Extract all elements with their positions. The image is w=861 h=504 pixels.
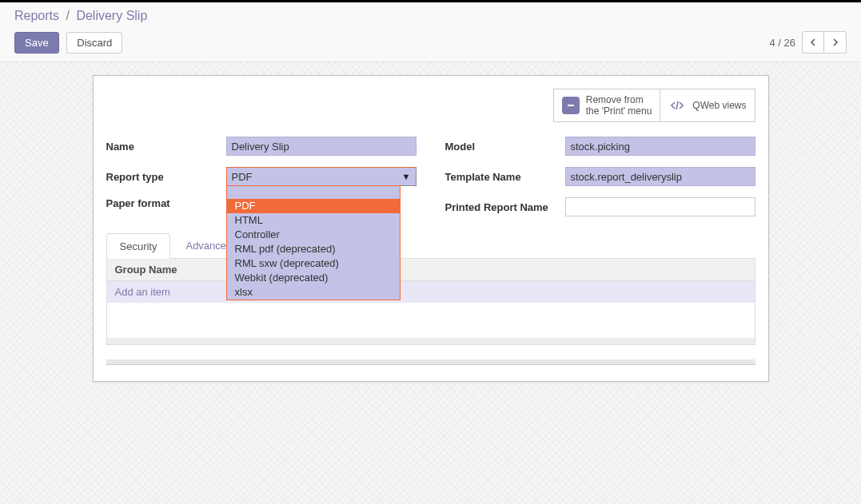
label-name: Name: [106, 141, 226, 153]
save-button[interactable]: Save: [14, 32, 59, 54]
breadcrumb-root[interactable]: Reports: [14, 9, 59, 22]
report-type-value: PDF: [232, 171, 253, 183]
code-icon: [668, 97, 686, 114]
divider: [107, 338, 755, 344]
remove-line1: Remove from: [586, 94, 644, 105]
chevron-down-icon: ▼: [402, 172, 411, 181]
tabs: Security Advanced: [106, 232, 755, 259]
dropdown-option[interactable]: xlsx: [227, 285, 400, 300]
tab-security[interactable]: Security: [106, 233, 171, 259]
dropdown-option[interactable]: RML pdf (deprecated): [227, 242, 400, 256]
security-pane: Group Name Add an item: [106, 259, 755, 345]
report-type-dropdown[interactable]: PDF HTML Controller RML pdf (deprecated)…: [226, 185, 401, 300]
template-name-field[interactable]: stock.report_deliveryslip: [565, 167, 755, 186]
qweb-label: QWeb views: [692, 100, 746, 111]
label-printed-name: Printed Report Name: [445, 201, 565, 213]
label-paper-format: Paper format: [106, 197, 226, 209]
breadcrumb: Reports / Delivery Slip: [14, 9, 847, 23]
dropdown-option[interactable]: Controller: [227, 228, 400, 242]
stat-buttons: Remove from the 'Print' menu QWeb views: [553, 89, 755, 122]
form-col-right: Model stock.picking Template Name stock.…: [445, 137, 755, 216]
page-header: Reports / Delivery Slip Save Discard 4 /…: [0, 2, 861, 62]
discard-button[interactable]: Discard: [66, 32, 122, 54]
pager-prev[interactable]: [802, 31, 824, 54]
remove-line2: the 'Print' menu: [586, 105, 652, 117]
dropdown-option[interactable]: HTML: [227, 213, 400, 228]
pager: 4 / 26: [769, 31, 847, 54]
dropdown-option[interactable]: RML sxw (deprecated): [227, 256, 400, 271]
pager-next[interactable]: [824, 31, 847, 54]
dropdown-option-blank[interactable]: [227, 186, 400, 199]
dropdown-option[interactable]: PDF: [227, 199, 400, 213]
report-type-field[interactable]: PDF ▼: [226, 167, 417, 186]
printed-name-field[interactable]: [565, 197, 755, 216]
footer-divider-thin: [106, 364, 755, 365]
table-header-group-name: Group Name: [107, 259, 755, 281]
svg-rect-0: [568, 105, 574, 106]
breadcrumb-sep: /: [66, 9, 69, 22]
pager-text: 4 / 26: [769, 37, 795, 49]
content-canvas: Remove from the 'Print' menu QWeb views …: [0, 62, 861, 504]
form-col-left: Name Delivery Slip Report type PDF ▼ Pap…: [106, 137, 417, 216]
dropdown-option[interactable]: Webkit (deprecated): [227, 271, 400, 285]
label-model: Model: [445, 141, 565, 153]
add-item-link[interactable]: Add an item: [115, 286, 170, 298]
minus-icon: [562, 97, 580, 114]
qweb-views-button[interactable]: QWeb views: [660, 89, 754, 121]
label-template-name: Template Name: [445, 171, 565, 183]
breadcrumb-current: Delivery Slip: [76, 9, 147, 22]
remove-from-print-button[interactable]: Remove from the 'Print' menu: [554, 89, 660, 121]
model-field[interactable]: stock.picking: [565, 137, 755, 156]
form-sheet: Remove from the 'Print' menu QWeb views …: [93, 75, 769, 382]
label-report-type: Report type: [106, 171, 226, 183]
chevron-left-icon: [809, 38, 817, 46]
chevron-right-icon: [831, 38, 839, 46]
table-row: Add an item: [107, 281, 755, 303]
name-field[interactable]: Delivery Slip: [226, 137, 417, 156]
